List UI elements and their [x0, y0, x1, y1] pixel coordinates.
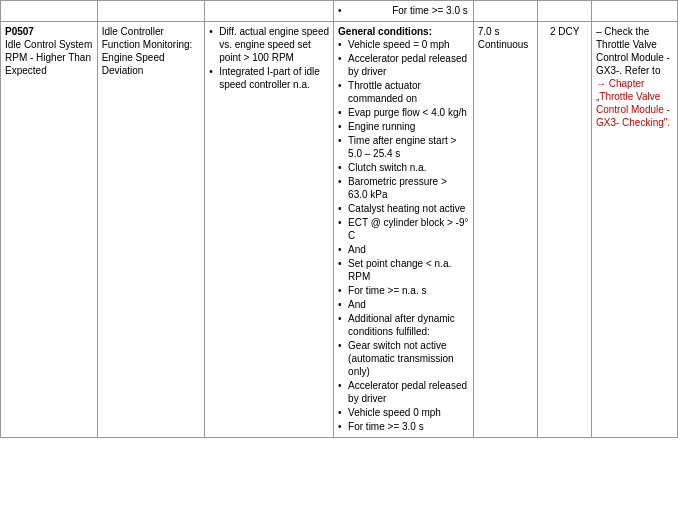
prev-dtc-cell [1, 1, 98, 22]
dtc-desc: Idle Control System RPM - Higher Than Ex… [5, 38, 93, 77]
dcy-value: 2 DCY [542, 25, 587, 38]
diff-list: Diff. actual engine speed vs. engine spe… [209, 25, 329, 91]
prev-type-cell [538, 1, 592, 22]
general-item: For time >= 3.0 s [338, 420, 469, 433]
general-list: Vehicle speed = 0 mph Accelerator pedal … [338, 38, 469, 433]
general-item: Accelerator pedal released by driver [338, 379, 469, 405]
prev-general-item: For time >= 3.0 s [338, 4, 468, 17]
diff-item-2: Integrated I-part of idle speed controll… [209, 65, 329, 91]
general-item: Clutch switch n.a. [338, 161, 469, 174]
general-item: And [338, 243, 469, 256]
general-item: Evap purge flow < 4.0 kg/h [338, 106, 469, 119]
general-item: Barometric pressure > 63.0 kPa [338, 175, 469, 201]
general-item: Accelerator pedal released by driver [338, 52, 469, 78]
general-item: Vehicle speed = 0 mph [338, 38, 469, 51]
general-item: Gear switch not active (automatic transm… [338, 339, 469, 378]
general-header: General conditions: [338, 25, 469, 38]
general-item: Set point change < n.a. RPM [338, 257, 469, 283]
prev-time-cell [473, 1, 537, 22]
general-item: Vehicle speed 0 mph [338, 406, 469, 419]
function-cell: Idle Controller Function Monitoring: Eng… [97, 22, 204, 438]
general-item: ECT @ cylinder block > -9° C [338, 216, 469, 242]
diff-item-1: Diff. actual engine speed vs. engine spe… [209, 25, 329, 64]
general-cell: General conditions: Vehicle speed = 0 mp… [334, 22, 474, 438]
dcy-cell: 2 DCY [538, 22, 592, 438]
function-title: Idle Controller Function Monitoring: Eng… [102, 25, 200, 77]
general-item: Throttle actuator commanded on [338, 79, 469, 105]
general-item: Catalyst heating not active [338, 202, 469, 215]
general-item: Time after engine start > 5.0 – 25.4 s [338, 134, 469, 160]
check-text-plain: Check the Throttle Valve Control Module … [596, 26, 670, 76]
prev-diff-cell [205, 1, 334, 22]
time-value: 7.0 s [478, 25, 533, 38]
prev-check-cell [591, 1, 677, 22]
general-item: For time >= n.a. s [338, 284, 469, 297]
dtc-code: P0507 [5, 25, 93, 38]
diff-cell: Diff. actual engine speed vs. engine spe… [205, 22, 334, 438]
dtc-cell: P0507 Idle Control System RPM - Higher T… [1, 22, 98, 438]
general-item: Engine running [338, 120, 469, 133]
check-cell: – Check the Throttle Valve Control Modul… [591, 22, 677, 438]
check-link-text: → Chapter „Throttle Valve Control Module… [596, 78, 670, 128]
time-cell: 7.0 s Continuous [473, 22, 537, 438]
prev-func-cell [97, 1, 204, 22]
general-item: And [338, 298, 469, 311]
general-item: Additional after dynamic conditions fulf… [338, 312, 469, 338]
diagnostic-table: For time >= 3.0 s P0507 Idle Control Sys… [0, 0, 678, 438]
prev-general-cell: For time >= 3.0 s [334, 1, 474, 22]
time-type: Continuous [478, 38, 533, 51]
